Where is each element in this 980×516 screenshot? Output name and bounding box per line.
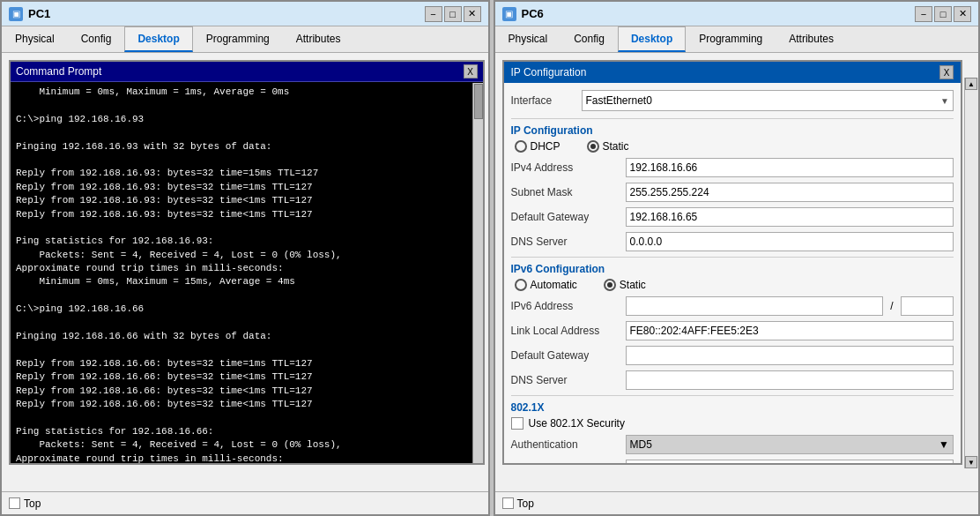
pc6-window-controls: − □ ✕ [915,6,971,22]
dns-input[interactable] [626,232,954,251]
use-dot1x-checkbox[interactable] [511,417,523,430]
tab-config-left[interactable]: Config [68,26,125,52]
ipv6-dns-input[interactable] [626,370,954,390]
auth-select[interactable]: MD5 ▼ [626,435,954,454]
command-prompt-window: Command Prompt X Minimum = 0ms, Maximum … [9,60,485,465]
ip-config-body: Interface FastEthernet0 ▼ IP Configurati… [504,83,961,463]
cmd-scrollbar-thumb[interactable] [474,84,483,119]
gateway-input[interactable] [626,207,954,227]
ipv6-section-title: IPv6 Configuration [511,263,954,275]
pc1-titlebar: ▣ PC1 − □ ✕ [2,2,488,26]
subnet-input[interactable] [626,183,954,202]
subnet-row: Subnet Mask [511,183,954,202]
ipv6-slash: / [883,300,901,312]
right-scrollbar[interactable]: ▲ ▼ [964,78,978,468]
pc6-top-checkbox-box[interactable] [502,497,514,509]
interface-value: FastEthernet0 [586,94,652,107]
pc6-top-checkbox-label: Top [517,497,534,510]
pc6-minimize-button[interactable]: − [915,6,932,22]
link-local-row: Link Local Address [511,321,954,340]
pc1-maximize-button[interactable]: □ [444,6,462,22]
scrollbar-up-button[interactable]: ▲ [965,78,977,90]
username-row: Username [511,460,954,463]
interface-select[interactable]: FastEthernet0 ▼ [582,90,954,111]
ipv4-row: IPv4 Address [511,158,954,177]
pc6-titlebar: ▣ PC6 − □ ✕ [495,2,979,26]
subnet-label: Subnet Mask [511,186,626,198]
pc1-title: PC1 [28,7,50,20]
ip-dhcp-static-row: DHCP Static [511,140,954,153]
pc1-titlebar-left: ▣ PC1 [9,7,50,21]
divider-1 [511,118,954,119]
pc1-minimize-button[interactable]: − [425,6,442,22]
pc1-tabs: Physical Config Desktop Programming Attr… [2,26,488,53]
ip-config-section-title: IP Configuration [511,124,954,137]
pc1-window-controls: − □ ✕ [425,6,481,22]
auth-row: Authentication MD5 ▼ [511,435,954,454]
pc1-bottom-bar: Top [2,491,488,514]
ipv6-static-radio[interactable]: Static [604,279,646,291]
scrollbar-track [965,90,978,456]
username-input[interactable] [626,460,954,463]
ipv6-dns-label: DNS Server [511,374,626,386]
pc1-top-checkbox[interactable]: Top [9,497,41,510]
dot1x-section-title: 802.1X [511,401,954,414]
tab-physical-left[interactable]: Physical [2,26,68,52]
tab-attributes-right[interactable]: Attributes [776,26,847,52]
ipv6-addr-row: IPv6 Address / [511,296,954,316]
cmd-scrollbar[interactable] [472,83,483,463]
scrollbar-down-button[interactable]: ▼ [965,456,977,468]
ipv4-label: IPv4 Address [511,161,626,174]
tab-desktop-right[interactable]: Desktop [618,26,686,52]
auth-value: MD5 [630,438,652,451]
ipv6-addr-label: IPv6 Address [511,300,626,312]
ip-config-window: IP Configuration X Interface FastEtherne… [502,60,963,465]
divider-2 [511,257,954,258]
ipv6-static-radio-circle[interactable] [604,279,616,291]
pc1-window: ▣ PC1 − □ ✕ Physical Config Desktop Prog… [0,0,490,516]
tab-programming-left[interactable]: Programming [193,26,283,52]
interface-dropdown-icon: ▼ [940,96,949,106]
dhcp-label: DHCP [531,140,561,153]
pc6-top-checkbox[interactable]: Top [502,497,534,510]
pc1-content: Command Prompt X Minimum = 0ms, Maximum … [2,53,488,491]
divider-3 [511,395,954,396]
static-label: Static [603,140,629,153]
dns-label: DNS Server [511,236,626,248]
tab-attributes-left[interactable]: Attributes [283,26,354,52]
top-checkbox-box[interactable] [9,497,20,509]
ipv4-input[interactable] [626,158,954,177]
pc6-content: IP Configuration X Interface FastEtherne… [495,53,979,491]
interface-label: Interface [511,94,582,107]
cmd-close-button[interactable]: X [464,64,478,79]
interface-row: Interface FastEthernet0 ▼ [511,90,954,111]
pc6-maximize-button[interactable]: □ [934,6,952,22]
pc6-titlebar-left: ▣ PC6 [502,7,544,21]
static-radio[interactable]: Static [587,140,629,153]
tab-programming-right[interactable]: Programming [686,26,776,52]
dhcp-radio[interactable]: DHCP [515,140,561,153]
pc1-close-button[interactable]: ✕ [464,6,481,22]
tab-config-right[interactable]: Config [561,26,618,52]
cmd-body[interactable]: Minimum = 0ms, Maximum = 1ms, Average = … [11,82,483,463]
pc6-title: PC6 [522,7,544,20]
ipv6-auto-radio[interactable]: Automatic [515,279,577,291]
dns-row: DNS Server [511,232,954,251]
pc6-close-button[interactable]: ✕ [954,6,971,22]
tab-physical-right[interactable]: Physical [495,26,561,52]
link-local-label: Link Local Address [511,325,626,337]
ipv6-dns-row: DNS Server [511,370,954,390]
static-radio-circle[interactable] [587,140,599,153]
use-dot1x-label: Use 802.1X Security [529,417,625,430]
tab-desktop-left[interactable]: Desktop [124,26,192,52]
link-local-input[interactable] [626,321,954,340]
pc6-tabs: Physical Config Desktop Programming Attr… [495,26,979,53]
ipv6-addr-input[interactable] [626,296,884,316]
auth-label: Authentication [511,438,626,451]
ipv6-gateway-input[interactable] [626,346,954,365]
top-checkbox-label: Top [24,497,41,510]
ip-config-close-button[interactable]: X [939,65,954,79]
ipv6-prefix-input[interactable] [901,296,954,316]
dhcp-radio-circle[interactable] [515,140,527,153]
ipv6-auto-radio-circle[interactable] [515,279,527,291]
